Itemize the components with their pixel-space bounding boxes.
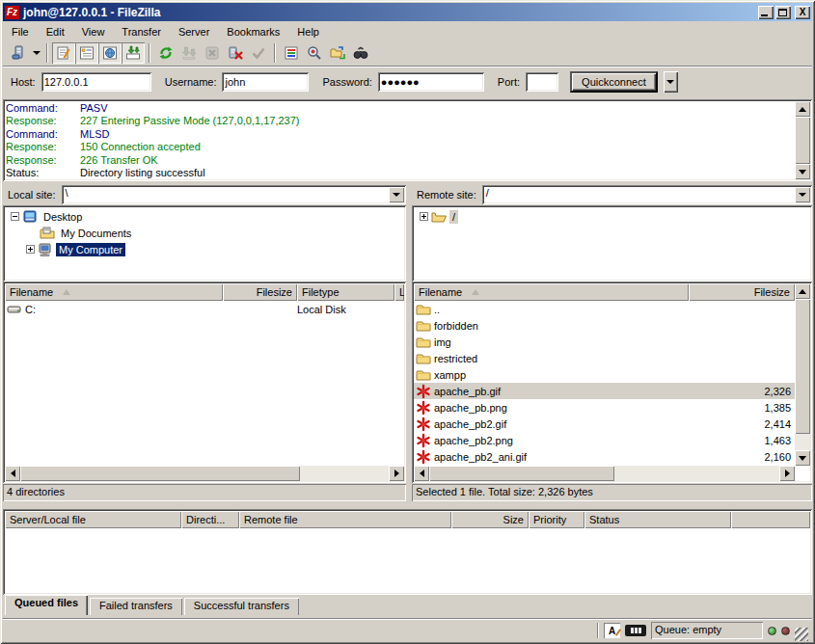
remote-tree-icon [102, 45, 118, 61]
menu-transfer[interactable]: Transfer [113, 24, 170, 40]
column-header-filename[interactable]: Filename [5, 283, 223, 301]
column-header-direction[interactable]: Directi... [181, 511, 239, 528]
maximize-button[interactable] [775, 6, 791, 19]
remote-vscrollbar[interactable] [795, 283, 810, 466]
remote-file-list: Filename Filesize .. forbidden img restr… [412, 282, 812, 483]
expand-icon[interactable] [420, 212, 428, 221]
menu-view[interactable]: View [73, 24, 114, 40]
disconnect-button[interactable] [224, 42, 247, 64]
scroll-left-button[interactable] [414, 466, 429, 481]
expand-icon[interactable] [26, 245, 35, 254]
scrollbar-thumb[interactable] [20, 466, 300, 481]
port-input[interactable] [526, 72, 558, 92]
statusbar-separator [597, 623, 599, 638]
reconnect-button[interactable] [247, 42, 270, 64]
toggle-remote-tree-button[interactable] [98, 42, 122, 64]
file-row[interactable]: apache_pb2.gif2,414 [414, 416, 795, 432]
tab-failed-transfers[interactable]: Failed transfers [90, 598, 182, 615]
menu-bookmarks[interactable]: Bookmarks [218, 24, 288, 40]
remote-list-rows: .. forbidden img restricted xampp apache… [414, 301, 795, 465]
column-header-filename[interactable]: Filename [414, 283, 689, 301]
file-row[interactable]: .. [414, 301, 795, 317]
toggle-local-tree-button[interactable] [75, 42, 98, 64]
scroll-right-button[interactable] [389, 466, 404, 481]
local-site-dropdown[interactable] [389, 187, 404, 202]
file-row[interactable]: apache_pb.png1,385 [414, 399, 795, 416]
column-header-last-modified[interactable]: L [394, 283, 404, 301]
tree-item-desktop[interactable]: Desktop [7, 208, 406, 225]
process-queue-button[interactable] [177, 42, 201, 64]
remote-site-combo[interactable]: / [482, 185, 812, 204]
scroll-up-button[interactable] [795, 283, 810, 299]
remote-hscrollbar[interactable] [414, 466, 795, 481]
file-row[interactable]: xampp [414, 366, 795, 383]
compare-button[interactable] [303, 42, 326, 64]
file-row[interactable]: apache_pb2_ani.gif2,160 [414, 448, 795, 465]
minimize-button[interactable] [758, 6, 774, 19]
tab-queued-files[interactable]: Queued files [5, 595, 88, 615]
filter-button[interactable] [280, 42, 303, 64]
titlebar[interactable]: Fz john@127.0.0.1 - FileZilla X [3, 3, 812, 21]
scroll-up-button[interactable] [795, 101, 810, 117]
menu-file[interactable]: File [3, 24, 38, 40]
file-row[interactable]: img [414, 334, 795, 350]
file-row[interactable]: forbidden [414, 317, 795, 334]
column-header-server-local-file[interactable]: Server/Local file [5, 511, 181, 528]
scroll-left-icon [11, 470, 15, 477]
scrollbar-thumb[interactable] [429, 466, 614, 481]
column-header-filesize[interactable]: Filesize [223, 283, 297, 301]
local-hscrollbar[interactable] [5, 466, 404, 481]
column-header-status[interactable]: Status [584, 511, 731, 528]
menu-server[interactable]: Server [170, 24, 218, 40]
host-input[interactable] [41, 72, 151, 92]
image-file-icon [416, 433, 431, 448]
remote-site-dropdown[interactable] [795, 187, 810, 202]
cancel-button[interactable] [201, 42, 224, 64]
app-icon[interactable]: Fz [5, 6, 19, 19]
toggle-queue-button[interactable] [122, 42, 145, 64]
tree-item-root[interactable]: / [416, 208, 812, 225]
process-queue-icon [181, 45, 197, 61]
scroll-up-icon [799, 289, 806, 294]
file-row[interactable]: apache_pb2.png1,463 [414, 432, 795, 448]
quickconnect-dropdown[interactable] [664, 71, 678, 93]
synchronized-browsing-button[interactable] [326, 42, 349, 64]
column-header-filetype[interactable]: Filetype [297, 283, 394, 301]
menu-edit[interactable]: Edit [38, 24, 73, 40]
quickconnect-button[interactable]: Quickconnect [570, 71, 658, 93]
scroll-down-button[interactable] [795, 164, 810, 179]
close-button[interactable]: X [795, 6, 810, 19]
collapse-icon[interactable] [11, 212, 19, 221]
tree-item-my-computer[interactable]: My Computer [7, 241, 406, 257]
refresh-button[interactable] [154, 42, 177, 64]
file-row[interactable]: restricted [414, 350, 795, 366]
column-header-size[interactable]: Size [451, 511, 529, 528]
scroll-right-button[interactable] [779, 466, 795, 481]
file-row-c-drive[interactable]: C: Local Disk [5, 301, 404, 317]
local-site-combo[interactable]: \ [62, 185, 406, 204]
scroll-down-button[interactable] [795, 450, 810, 466]
site-manager-dropdown[interactable] [30, 42, 42, 64]
resize-grip[interactable] [795, 628, 808, 641]
username-input[interactable] [222, 72, 309, 92]
transfer-type-icon[interactable]: A [604, 623, 620, 638]
column-header-priority[interactable]: Priority [529, 511, 584, 528]
password-input[interactable] [378, 72, 484, 92]
column-header-filesize[interactable]: Filesize [689, 283, 795, 301]
site-manager-button[interactable] [7, 42, 30, 64]
remote-list-header: Filename Filesize [414, 283, 795, 301]
tab-successful-transfers[interactable]: Successful transfers [184, 598, 299, 615]
scroll-left-button[interactable] [5, 466, 20, 481]
column-header-remote-file[interactable]: Remote file [239, 511, 451, 528]
log-scrollbar[interactable] [795, 101, 810, 179]
speed-limit-icon[interactable] [625, 625, 646, 636]
find-button[interactable] [349, 42, 372, 64]
tree-item-my-documents[interactable]: My Documents [7, 225, 406, 241]
menu-help[interactable]: Help [288, 24, 328, 40]
folder-icon [416, 302, 431, 317]
folder-open-icon [431, 209, 447, 225]
scrollbar-thumb[interactable] [795, 117, 810, 164]
file-row-selected[interactable]: apache_pb.gif2,326 [414, 383, 795, 399]
toggle-message-log-button[interactable] [52, 42, 75, 64]
scrollbar-thumb[interactable] [795, 299, 810, 434]
